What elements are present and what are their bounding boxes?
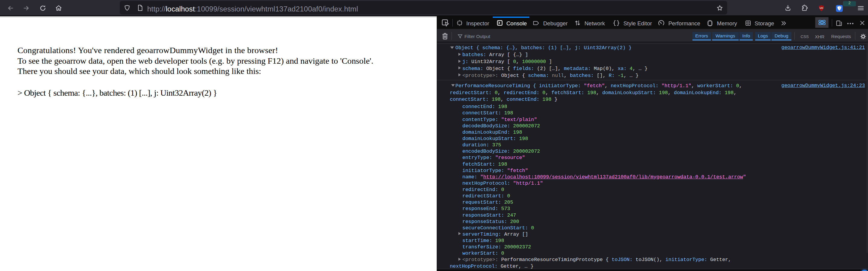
svg-text:UO: UO <box>819 7 823 9</box>
